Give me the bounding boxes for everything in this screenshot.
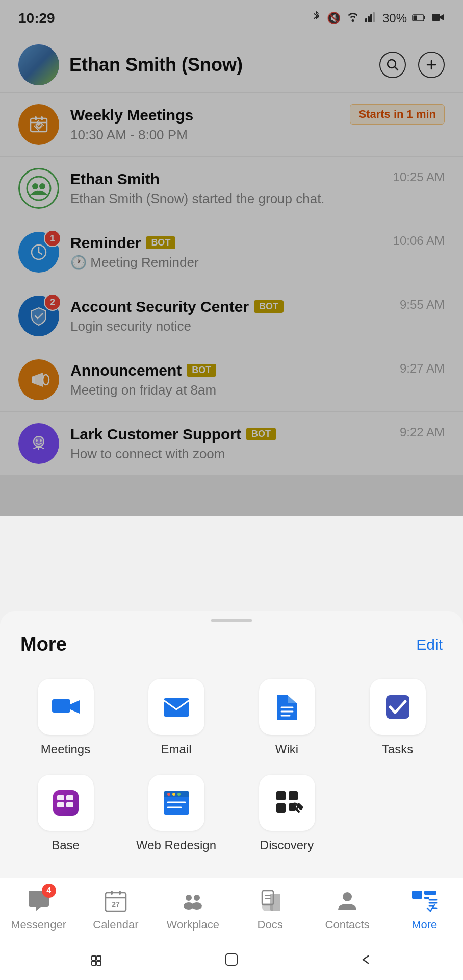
svg-rect-52: [412, 891, 422, 899]
apps-grid: Meetings Email Wiki: [0, 666, 463, 878]
sheet-header: More Edit: [0, 625, 463, 666]
nav-docs[interactable]: Docs: [232, 887, 308, 932]
svg-rect-29: [66, 795, 73, 800]
nav-label: Messenger: [11, 918, 66, 932]
nav-messenger[interactable]: 4 Messenger: [0, 887, 77, 932]
sheet-title: More: [20, 633, 67, 655]
app-wiki[interactable]: Wiki: [232, 671, 342, 767]
nav-label: More: [411, 918, 437, 932]
app-label: Email: [161, 742, 191, 756]
workplace-icon: [178, 887, 207, 915]
back-arrow[interactable]: [350, 944, 381, 975]
svg-point-33: [167, 793, 170, 796]
meetings-icon-wrap: [38, 679, 94, 735]
sheet-handle: [0, 611, 463, 625]
app-tasks[interactable]: Tasks: [342, 671, 453, 767]
nav-label: Calendar: [93, 918, 138, 932]
more-icon: [410, 887, 439, 915]
svg-rect-23: [52, 699, 70, 713]
svg-rect-43: [111, 891, 113, 895]
svg-rect-54: [424, 897, 429, 899]
svg-rect-59: [226, 954, 237, 965]
svg-rect-24: [164, 698, 189, 717]
contacts-icon: [333, 887, 362, 915]
svg-rect-36: [276, 791, 286, 800]
svg-rect-38: [276, 803, 286, 813]
svg-point-34: [172, 793, 175, 796]
svg-rect-26: [53, 790, 79, 816]
docs-icon: [256, 887, 285, 915]
svg-point-47: [194, 895, 200, 901]
home-button[interactable]: [216, 944, 247, 975]
svg-rect-27: [57, 795, 64, 800]
app-email[interactable]: Email: [121, 671, 232, 767]
app-discovery[interactable]: Discovery: [232, 767, 342, 863]
nav-label: Contacts: [325, 918, 370, 932]
app-label: Discovery: [260, 838, 314, 852]
discovery-icon-wrap: [259, 775, 315, 831]
app-label: Tasks: [382, 742, 413, 756]
bottom-nav: 4 Messenger 27 Calendar: [0, 878, 463, 939]
back-button[interactable]: [82, 944, 113, 975]
svg-rect-58: [97, 961, 101, 965]
overlay-dim: [0, 0, 463, 516]
app-label: Meetings: [41, 742, 90, 756]
calendar-icon: 27: [101, 887, 130, 915]
nav-label: Workplace: [167, 918, 220, 932]
svg-point-35: [177, 793, 181, 796]
svg-point-49: [192, 902, 202, 910]
svg-point-51: [343, 892, 352, 901]
svg-rect-57: [97, 956, 101, 960]
app-meetings[interactable]: Meetings: [10, 671, 121, 767]
nav-badge: 4: [42, 884, 56, 898]
svg-rect-30: [66, 802, 73, 807]
nav-contacts[interactable]: Contacts: [308, 887, 385, 932]
edit-button[interactable]: Edit: [416, 636, 443, 653]
svg-point-46: [186, 895, 192, 901]
svg-rect-56: [92, 961, 96, 965]
app-web-redesign[interactable]: Web Redesign: [121, 767, 232, 863]
app-base[interactable]: Base: [10, 767, 121, 863]
app-label: Wiki: [275, 742, 298, 756]
svg-rect-55: [92, 956, 96, 960]
wiki-icon-wrap: [259, 679, 315, 735]
nav-workplace[interactable]: Workplace: [155, 887, 232, 932]
tasks-icon-wrap: [370, 679, 426, 735]
nav-more[interactable]: More: [386, 887, 463, 932]
system-nav: [0, 939, 463, 980]
web-icon-wrap: [148, 775, 204, 831]
messenger-icon: 4: [24, 887, 53, 915]
nav-calendar[interactable]: 27 Calendar: [77, 887, 154, 932]
svg-rect-53: [424, 891, 436, 895]
bottom-sheet: More Edit Meetings Email: [0, 611, 463, 980]
email-icon-wrap: [148, 679, 204, 735]
svg-text:27: 27: [112, 900, 120, 909]
app-label: Base: [52, 838, 80, 852]
app-label: Web Redesign: [136, 838, 216, 852]
svg-rect-37: [289, 791, 298, 800]
base-icon-wrap: [38, 775, 94, 831]
svg-rect-28: [57, 802, 64, 807]
nav-label: Docs: [258, 918, 283, 932]
svg-rect-44: [119, 891, 121, 895]
handle-bar: [211, 619, 252, 622]
